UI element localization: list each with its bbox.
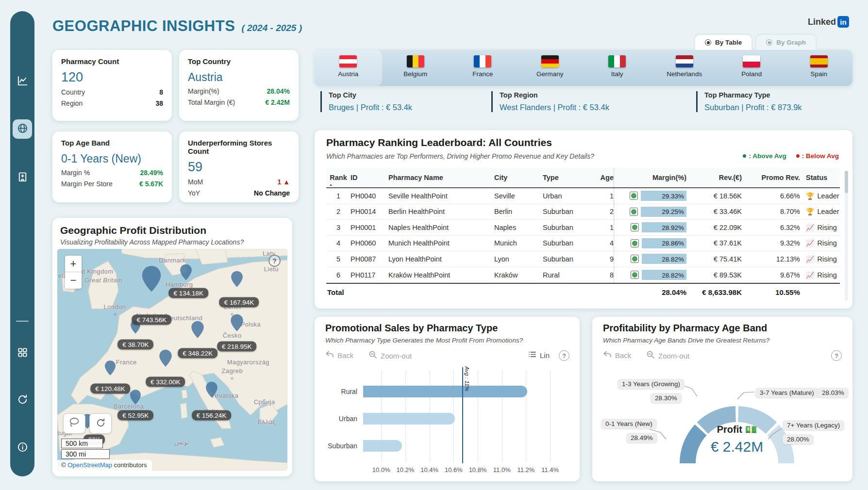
total-promo: 10.55% — [742, 284, 800, 300]
leaderboard-subtitle: Which Pharmacies are Top Performers, Dri… — [326, 152, 594, 160]
map-help-button[interactable]: ? — [268, 255, 281, 267]
info-icon — [17, 441, 28, 455]
sidebar-nav-geographic[interactable] — [10, 119, 34, 139]
table-row-ph0001[interactable]: 3PH0001Naples HealthPointNaplesSuburban1… — [326, 220, 840, 236]
map-place-label: Great Britain — [84, 276, 122, 283]
col-header-promo-rev[interactable]: Promo Rev. — [742, 168, 800, 187]
kpi-title: Top Country — [188, 57, 290, 65]
map-pin[interactable] — [205, 381, 218, 398]
map-pin[interactable] — [230, 314, 244, 332]
age-zoom-out-button[interactable]: Zoom-out — [647, 351, 689, 360]
col-header-city[interactable]: City — [494, 168, 543, 187]
table-row-ph0014[interactable]: 2PH0014Berlin HealthPointBerlinSuburban2… — [326, 204, 840, 220]
country-tab-austria[interactable]: Austria — [315, 50, 382, 86]
x-gridline — [526, 370, 526, 462]
map-pin[interactable] — [130, 389, 141, 405]
cell-status: 📈Rising — [800, 267, 840, 283]
kpi-row-label: Margin % — [61, 169, 90, 177]
cell-margin: 29.33% — [614, 188, 686, 204]
col-header-rev[interactable]: Rev.(€) — [686, 168, 742, 187]
map-pin-value-label: € 743.56K — [132, 315, 172, 325]
age-chart-subtitle: Which Pharmacy Age Bands Drive the Great… — [603, 337, 769, 344]
cell-promo-rev: 6.32% — [742, 220, 800, 235]
map-pin[interactable] — [180, 263, 192, 280]
col-header-age[interactable]: Age — [591, 168, 614, 187]
promo-chart-title: Promotional Sales by Pharmacy Type — [325, 323, 498, 334]
promo-back-button[interactable]: Back — [325, 351, 353, 359]
map-zoom-out-button[interactable]: − — [65, 272, 82, 289]
country-tab-italy[interactable]: Italy — [584, 50, 651, 86]
sidebar-nav-overview-grid[interactable] — [10, 343, 34, 363]
average-reference-line — [462, 367, 463, 463]
sidebar-info-button[interactable] — [10, 438, 34, 457]
map-pin[interactable] — [159, 349, 172, 367]
sidebar-refresh-button[interactable] — [10, 391, 34, 410]
kpi-title: Pharmacy Count — [61, 57, 163, 65]
view-toggle-by-graph[interactable]: By Graph — [756, 35, 816, 50]
bar-suburban[interactable] — [363, 440, 402, 452]
table-row-ph0040[interactable]: 1PH0040Seville HealthPointSevilleUrban12… — [326, 188, 840, 204]
promo-zoom-out-button[interactable]: Zoom-out — [369, 351, 412, 360]
margin-data-bar: 28.82% — [642, 254, 686, 264]
country-tab-belgium[interactable]: Belgium — [382, 50, 450, 86]
map-canvas[interactable]: + − ? 500 km 300 mi © OpenStreetMap cont… — [57, 249, 287, 471]
kpi-subrow-total-margin: Total Margin (€)€ 2.42M — [188, 98, 290, 106]
table-row-ph0087[interactable]: 5PH0087Lyon HealthPointLyonSuburban928.8… — [326, 251, 840, 267]
age-back-button[interactable]: Back — [603, 351, 631, 359]
kpi-card-top-country: Top CountryAustriaMargin(%)28.04%Total M… — [179, 50, 299, 121]
country-tab-germany[interactable]: Germany — [517, 50, 584, 86]
top-stat-top-pharmacy-type: Top Pharmacy TypeSuburban | Profit : € 8… — [696, 91, 802, 112]
map-pin[interactable] — [104, 360, 116, 376]
poland-flag-icon — [743, 55, 760, 67]
cell-rank: 4 — [326, 236, 351, 251]
map-zoom-in-button[interactable]: + — [65, 256, 82, 272]
table-scrollbar-thumb[interactable] — [845, 171, 848, 193]
promo-lin-toggle[interactable]: Lin — [528, 351, 550, 359]
bar-urban[interactable] — [363, 413, 455, 425]
average-line-label: Avg : 11% — [464, 366, 470, 391]
view-toggle-by-table[interactable]: By Table — [695, 35, 751, 50]
zoom-out-label: Zoom-out — [381, 352, 412, 360]
col-header-rank[interactable]: Rank▲ — [326, 168, 351, 187]
country-tab-netherlands[interactable]: Netherlands — [651, 50, 718, 86]
col-header-status[interactable]: Status — [800, 168, 840, 187]
col-header-id[interactable]: ID — [351, 168, 388, 187]
kpi-card-underperforming-stores-count: Underperforming Stores Count59MoM1 ▲YoYN… — [179, 131, 299, 202]
sidebar-nav-stores[interactable] — [10, 168, 34, 187]
total-margin: 28.04% — [614, 284, 686, 300]
top-stat-top-region: Top RegionWest Flanders | Profit : € 53.… — [491, 91, 609, 112]
age-help-button[interactable]: ? — [831, 350, 842, 361]
lasso-select-button[interactable] — [63, 413, 85, 434]
map-pin[interactable] — [191, 320, 204, 338]
table-row-ph0117[interactable]: 6PH0117Kraków HealthPointKrakówRural828.… — [326, 267, 840, 283]
cell-age: 1 — [591, 220, 614, 235]
country-tab-spain[interactable]: Spain — [785, 50, 853, 86]
map-pin-value-label: € 38.70K — [117, 339, 153, 349]
map-pin[interactable] — [141, 265, 162, 292]
stat-value: Suburban | Profit : € 873.9k — [704, 103, 802, 112]
cell-city: Naples — [494, 220, 543, 235]
top-stats-row: Top CityBruges | Profit : € 53.4kTop Reg… — [320, 91, 852, 118]
promo-help-button[interactable]: ? — [559, 350, 569, 361]
country-tab-poland[interactable]: Poland — [718, 50, 785, 86]
openstreetmap-link[interactable]: OpenStreetMap — [67, 461, 112, 469]
country-tab-france[interactable]: France — [449, 50, 517, 86]
map-scale-mi: 300 mi — [61, 449, 110, 459]
sidebar-nav-trends[interactable] — [10, 72, 34, 91]
cell-status: 🏆Leader — [800, 188, 840, 204]
map-pin[interactable] — [231, 270, 243, 287]
bar-rural[interactable] — [363, 386, 527, 397]
col-header-pharmacy-name[interactable]: Pharmacy Name — [388, 168, 494, 187]
col-header-type[interactable]: Type — [543, 168, 591, 187]
cell-id: PH0001 — [351, 220, 388, 235]
legend-text: : Below Avg — [802, 152, 839, 160]
map-place-label: Danmark — [159, 256, 186, 263]
map-title: Geographic Profit Distribution — [60, 225, 206, 236]
reset-selection-button[interactable] — [89, 413, 112, 434]
col-header-margin[interactable]: Margin(%) — [614, 168, 686, 187]
lasso-icon — [68, 417, 80, 430]
table-row-ph0060[interactable]: 4PH0060Munich HealthPointMunichSuburban4… — [326, 236, 840, 252]
circular-arrows-icon — [95, 417, 106, 430]
margin-data-bar: 28.86% — [642, 238, 686, 248]
map-scale-km: 500 km — [61, 439, 103, 448]
